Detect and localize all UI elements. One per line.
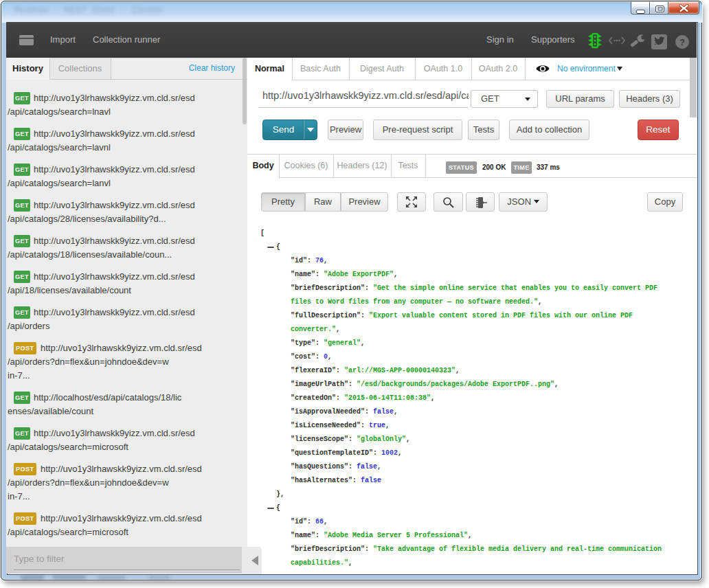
svg-text:?: ? [679,37,685,47]
